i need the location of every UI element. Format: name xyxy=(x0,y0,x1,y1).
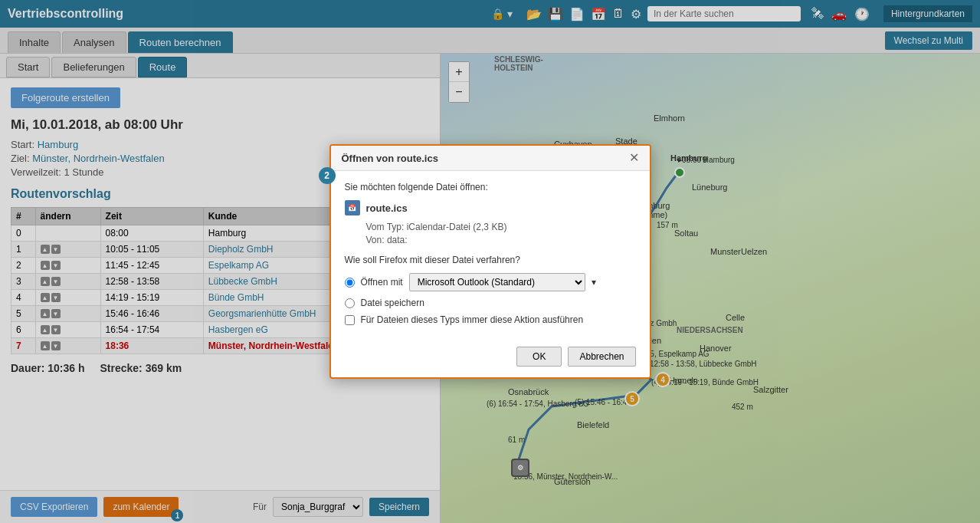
open-with-label: Öffnen mit xyxy=(361,277,403,288)
ok-button[interactable]: OK xyxy=(516,347,562,367)
file-icon: 📅 xyxy=(345,200,360,215)
dialog-wrapper: 2 Öffnen von route.ics ✕ Sie möchten fol… xyxy=(329,144,651,379)
dialog-body: Sie möchten folgende Datei öffnen: 📅 rou… xyxy=(331,171,650,347)
dialog-step-badge: 2 xyxy=(319,167,336,184)
always-label: Für Dateien dieses Typs immer diese Akti… xyxy=(361,314,584,325)
file-from-meta: Von: data: xyxy=(366,235,636,245)
dropdown-arrow: ▾ xyxy=(592,277,596,288)
dialog-footer: OK Abbrechen xyxy=(331,347,650,377)
file-type-meta: Vom Typ: iCalendar-Datei (2,3 KB) xyxy=(366,222,636,232)
save-file-radio[interactable] xyxy=(345,298,355,308)
file-name: route.ics xyxy=(366,202,408,214)
open-file-dialog: Öffnen von route.ics ✕ Sie möchten folge… xyxy=(329,144,651,379)
save-file-row: Datei speichern xyxy=(345,298,636,308)
always-checkbox[interactable] xyxy=(345,315,355,325)
dialog-file-row: 📅 route.ics xyxy=(345,200,636,215)
dialog-title-bar: Öffnen von route.ics ✕ xyxy=(331,146,650,171)
open-with-radio[interactable] xyxy=(345,278,355,288)
dialog-intro-text: Sie möchten folgende Datei öffnen: xyxy=(345,182,636,192)
dialog-overlay: 2 Öffnen von route.ics ✕ Sie möchten fol… xyxy=(0,0,980,523)
dialog-question: Wie soll Firefox mit dieser Datei verfah… xyxy=(345,255,636,265)
save-file-label: Datei speichern xyxy=(361,298,424,308)
always-checkbox-row: Für Dateien dieses Typs immer diese Akti… xyxy=(345,314,636,325)
dialog-title: Öffnen von route.ics xyxy=(342,153,438,164)
open-with-row: Öffnen mit Microsoft Outlook (Standard) … xyxy=(345,273,636,291)
cancel-button[interactable]: Abbrechen xyxy=(568,347,635,367)
dialog-close-button[interactable]: ✕ xyxy=(629,152,639,164)
open-with-select[interactable]: Microsoft Outlook (Standard) xyxy=(409,273,585,291)
